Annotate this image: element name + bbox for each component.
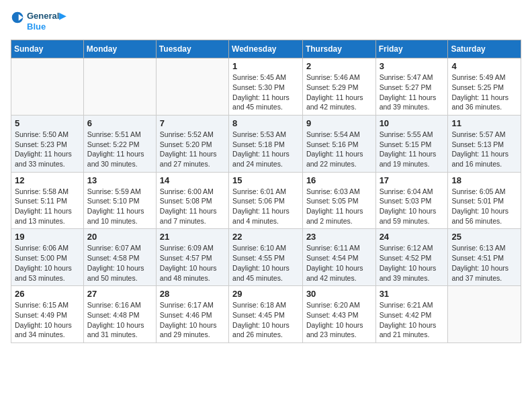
calendar-cell: 21Sunrise: 6:09 AM Sunset: 4:57 PM Dayli… <box>156 229 228 286</box>
logo: General▶ Blue <box>11 11 66 32</box>
calendar-cell: 12Sunrise: 5:58 AM Sunset: 5:11 PM Dayli… <box>11 172 84 229</box>
calendar-cell: 22Sunrise: 6:10 AM Sunset: 4:55 PM Dayli… <box>229 229 303 286</box>
calendar-cell <box>11 58 84 116</box>
calendar-cell: 1Sunrise: 5:45 AM Sunset: 5:30 PM Daylig… <box>229 58 303 116</box>
calendar-cell: 26Sunrise: 6:15 AM Sunset: 4:49 PM Dayli… <box>11 286 84 343</box>
day-info: Sunrise: 6:05 AM Sunset: 5:01 PM Dayligh… <box>451 187 517 226</box>
day-number: 26 <box>15 289 80 299</box>
day-info: Sunrise: 6:18 AM Sunset: 4:45 PM Dayligh… <box>232 300 299 340</box>
header-tuesday: Tuesday <box>156 40 228 58</box>
calendar-cell: 4Sunrise: 5:49 AM Sunset: 5:25 PM Daylig… <box>448 58 521 116</box>
logo-text-line2: Blue <box>27 21 66 32</box>
calendar-cell: 24Sunrise: 6:12 AM Sunset: 4:52 PM Dayli… <box>375 229 448 286</box>
day-number: 15 <box>232 175 299 185</box>
day-number: 9 <box>306 118 372 128</box>
day-number: 23 <box>306 232 372 242</box>
calendar-cell: 11Sunrise: 5:57 AM Sunset: 5:13 PM Dayli… <box>448 115 521 172</box>
calendar-body: 1Sunrise: 5:45 AM Sunset: 5:30 PM Daylig… <box>11 58 521 343</box>
calendar-cell: 7Sunrise: 5:52 AM Sunset: 5:20 PM Daylig… <box>156 115 228 172</box>
calendar-cell <box>156 58 228 116</box>
day-info: Sunrise: 6:13 AM Sunset: 4:51 PM Dayligh… <box>451 243 517 283</box>
day-number: 7 <box>160 118 225 128</box>
day-info: Sunrise: 6:21 AM Sunset: 4:42 PM Dayligh… <box>380 300 445 340</box>
calendar-cell: 29Sunrise: 6:18 AM Sunset: 4:45 PM Dayli… <box>229 286 303 343</box>
day-number: 1 <box>232 61 299 71</box>
calendar-cell: 31Sunrise: 6:21 AM Sunset: 4:42 PM Dayli… <box>375 286 448 343</box>
calendar-table: SundayMondayTuesdayWednesdayThursdayFrid… <box>11 40 521 343</box>
day-info: Sunrise: 6:00 AM Sunset: 5:08 PM Dayligh… <box>160 187 225 226</box>
day-info: Sunrise: 6:07 AM Sunset: 4:58 PM Dayligh… <box>87 243 152 283</box>
day-number: 19 <box>15 232 80 242</box>
day-info: Sunrise: 5:46 AM Sunset: 5:29 PM Dayligh… <box>306 73 372 112</box>
calendar-cell: 25Sunrise: 6:13 AM Sunset: 4:51 PM Dayli… <box>448 229 521 286</box>
day-number: 4 <box>451 61 517 71</box>
calendar-cell: 10Sunrise: 5:55 AM Sunset: 5:15 PM Dayli… <box>375 115 448 172</box>
calendar-cell: 27Sunrise: 6:16 AM Sunset: 4:48 PM Dayli… <box>83 286 156 343</box>
logo-text-line1: General▶ <box>27 11 66 21</box>
week-row-3: 12Sunrise: 5:58 AM Sunset: 5:11 PM Dayli… <box>11 172 521 229</box>
day-info: Sunrise: 6:09 AM Sunset: 4:57 PM Dayligh… <box>160 243 225 283</box>
day-number: 3 <box>380 61 445 71</box>
header-wednesday: Wednesday <box>229 40 303 58</box>
day-info: Sunrise: 5:51 AM Sunset: 5:22 PM Dayligh… <box>87 130 152 169</box>
calendar-cell: 6Sunrise: 5:51 AM Sunset: 5:22 PM Daylig… <box>83 115 156 172</box>
calendar-cell: 18Sunrise: 6:05 AM Sunset: 5:01 PM Dayli… <box>448 172 521 229</box>
calendar-cell: 5Sunrise: 5:50 AM Sunset: 5:23 PM Daylig… <box>11 115 84 172</box>
day-info: Sunrise: 5:52 AM Sunset: 5:20 PM Dayligh… <box>160 130 225 169</box>
day-info: Sunrise: 6:16 AM Sunset: 4:48 PM Dayligh… <box>87 300 152 340</box>
day-number: 11 <box>451 118 517 128</box>
header-friday: Friday <box>375 40 448 58</box>
day-info: Sunrise: 6:01 AM Sunset: 5:06 PM Dayligh… <box>232 187 299 226</box>
calendar-cell <box>448 286 521 343</box>
day-number: 2 <box>306 61 372 71</box>
day-number: 31 <box>380 289 445 299</box>
day-info: Sunrise: 6:10 AM Sunset: 4:55 PM Dayligh… <box>232 243 299 283</box>
day-info: Sunrise: 5:55 AM Sunset: 5:15 PM Dayligh… <box>380 130 445 169</box>
day-info: Sunrise: 6:20 AM Sunset: 4:43 PM Dayligh… <box>306 300 372 340</box>
calendar-cell: 2Sunrise: 5:46 AM Sunset: 5:29 PM Daylig… <box>302 58 375 116</box>
day-number: 18 <box>451 175 517 185</box>
logo-icon <box>11 11 24 24</box>
day-info: Sunrise: 6:04 AM Sunset: 5:03 PM Dayligh… <box>380 187 445 226</box>
calendar-cell: 23Sunrise: 6:11 AM Sunset: 4:54 PM Dayli… <box>302 229 375 286</box>
day-number: 22 <box>232 232 299 242</box>
day-info: Sunrise: 5:54 AM Sunset: 5:16 PM Dayligh… <box>306 130 372 169</box>
day-number: 12 <box>15 175 80 185</box>
day-info: Sunrise: 6:17 AM Sunset: 4:46 PM Dayligh… <box>160 300 225 340</box>
calendar-header-row: SundayMondayTuesdayWednesdayThursdayFrid… <box>11 40 521 58</box>
day-number: 8 <box>232 118 299 128</box>
header-monday: Monday <box>83 40 156 58</box>
day-number: 30 <box>306 289 372 299</box>
week-row-5: 26Sunrise: 6:15 AM Sunset: 4:49 PM Dayli… <box>11 286 521 343</box>
day-number: 20 <box>87 232 152 242</box>
calendar-cell: 9Sunrise: 5:54 AM Sunset: 5:16 PM Daylig… <box>302 115 375 172</box>
day-number: 29 <box>232 289 299 299</box>
day-info: Sunrise: 6:03 AM Sunset: 5:05 PM Dayligh… <box>306 187 372 226</box>
week-row-1: 1Sunrise: 5:45 AM Sunset: 5:30 PM Daylig… <box>11 58 521 116</box>
day-number: 5 <box>15 118 80 128</box>
header-saturday: Saturday <box>448 40 521 58</box>
day-number: 24 <box>380 232 445 242</box>
calendar-cell: 13Sunrise: 5:59 AM Sunset: 5:10 PM Dayli… <box>83 172 156 229</box>
calendar-cell: 3Sunrise: 5:47 AM Sunset: 5:27 PM Daylig… <box>375 58 448 116</box>
day-info: Sunrise: 6:15 AM Sunset: 4:49 PM Dayligh… <box>15 300 80 340</box>
calendar-cell: 16Sunrise: 6:03 AM Sunset: 5:05 PM Dayli… <box>302 172 375 229</box>
day-number: 17 <box>380 175 445 185</box>
calendar-cell: 20Sunrise: 6:07 AM Sunset: 4:58 PM Dayli… <box>83 229 156 286</box>
day-info: Sunrise: 6:12 AM Sunset: 4:52 PM Dayligh… <box>380 243 445 283</box>
calendar-cell <box>83 58 156 116</box>
day-info: Sunrise: 5:59 AM Sunset: 5:10 PM Dayligh… <box>87 187 152 226</box>
day-number: 27 <box>87 289 152 299</box>
day-number: 10 <box>380 118 445 128</box>
day-number: 16 <box>306 175 372 185</box>
day-number: 28 <box>160 289 225 299</box>
day-info: Sunrise: 5:58 AM Sunset: 5:11 PM Dayligh… <box>15 187 80 226</box>
day-number: 25 <box>451 232 517 242</box>
calendar-cell: 30Sunrise: 6:20 AM Sunset: 4:43 PM Dayli… <box>302 286 375 343</box>
calendar-cell: 14Sunrise: 6:00 AM Sunset: 5:08 PM Dayli… <box>156 172 228 229</box>
week-row-4: 19Sunrise: 6:06 AM Sunset: 5:00 PM Dayli… <box>11 229 521 286</box>
calendar-cell: 15Sunrise: 6:01 AM Sunset: 5:06 PM Dayli… <box>229 172 303 229</box>
day-number: 21 <box>160 232 225 242</box>
day-info: Sunrise: 5:53 AM Sunset: 5:18 PM Dayligh… <box>232 130 299 169</box>
day-info: Sunrise: 5:57 AM Sunset: 5:13 PM Dayligh… <box>451 130 517 169</box>
